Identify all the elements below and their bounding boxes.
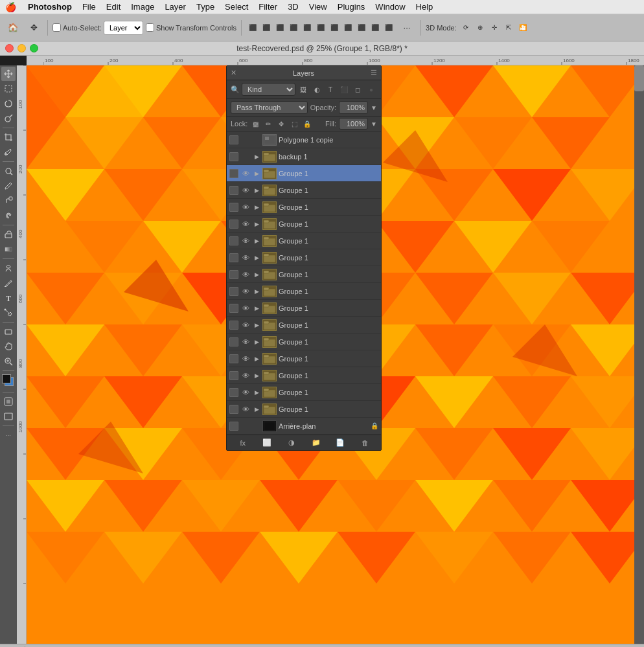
menu-photoshop[interactable]: Photoshop <box>23 1 77 13</box>
lasso-tool[interactable] <box>1 96 16 111</box>
layer-visibility-toggle[interactable] <box>240 135 251 145</box>
layer-expand-arrow[interactable]: ▶ <box>253 389 260 396</box>
layer-row[interactable]: 👁▶Groupe 1 <box>227 266 381 283</box>
layer-visibility-toggle[interactable]: 👁 <box>240 269 251 280</box>
filter-pixel-icon[interactable]: 🖼 <box>297 84 309 95</box>
layer-visibility-toggle[interactable]: 👁 <box>240 286 251 297</box>
adjustment-layer-button[interactable]: ◑ <box>285 437 298 449</box>
layer-checkbox[interactable] <box>229 287 238 296</box>
minimize-button[interactable] <box>17 44 26 52</box>
quick-selection-tool[interactable] <box>1 111 16 126</box>
layer-expand-arrow[interactable]: ▶ <box>253 254 260 262</box>
menu-3d[interactable]: 3D <box>282 1 304 13</box>
menu-help[interactable]: Help <box>411 1 439 13</box>
foreground-color-swatch[interactable] <box>2 374 11 383</box>
maximize-button[interactable] <box>30 44 38 52</box>
pen-tool[interactable] <box>1 276 16 290</box>
move-tool-button[interactable]: ✥ <box>25 19 43 37</box>
layer-checkbox[interactable] <box>229 152 238 161</box>
layer-visibility-toggle[interactable]: 👁 <box>240 303 251 313</box>
layer-checkbox[interactable] <box>229 253 238 262</box>
layer-visibility-toggle[interactable]: 👁 <box>240 253 251 263</box>
text-tool[interactable]: T <box>1 291 16 305</box>
layer-visibility-toggle[interactable]: 👁 <box>240 354 251 364</box>
right-scrollbar[interactable] <box>634 65 644 644</box>
align-top-button[interactable]: ⬛ <box>287 21 300 34</box>
layer-expand-arrow[interactable]: ▶ <box>253 271 260 278</box>
history-brush-tool[interactable] <box>1 209 16 223</box>
layer-checkbox[interactable] <box>229 169 238 178</box>
layer-row[interactable]: 👁▶Groupe 1 <box>227 233 381 249</box>
brush-tool[interactable] <box>1 179 16 193</box>
more-options-button[interactable]: ··· <box>398 19 416 37</box>
filter-type-icon[interactable]: T <box>325 84 336 95</box>
layer-checkbox[interactable] <box>229 203 238 212</box>
layer-expand-arrow[interactable]: ▶ <box>253 288 260 295</box>
layer-expand-arrow[interactable]: ▶ <box>253 338 260 346</box>
layer-expand-arrow[interactable]: ▶ <box>253 170 260 177</box>
zoom-tool[interactable] <box>1 354 16 369</box>
menu-plugins[interactable]: Plugins <box>332 1 371 13</box>
align-bottom-button[interactable]: ⬛ <box>314 21 327 34</box>
clone-stamp-tool[interactable] <box>1 194 16 208</box>
layer-visibility-toggle[interactable]: 👁 <box>240 337 251 347</box>
fill-input[interactable] <box>339 118 368 130</box>
layer-visibility-toggle[interactable]: 👁 <box>240 404 251 414</box>
eraser-tool[interactable] <box>1 227 16 242</box>
menu-filter[interactable]: Filter <box>253 1 282 13</box>
layer-checkbox[interactable] <box>229 405 238 414</box>
layer-expand-arrow[interactable]: ▶ <box>253 405 260 413</box>
layer-expand-arrow[interactable] <box>253 136 260 144</box>
lock-all-icon[interactable]: 🔒 <box>302 119 312 129</box>
extra-tools-button[interactable]: ··· <box>1 428 16 442</box>
quick-mask-button[interactable] <box>1 394 16 409</box>
color-swatches[interactable] <box>1 374 16 389</box>
healing-brush-tool[interactable] <box>1 164 16 178</box>
layer-checkbox[interactable] <box>229 321 238 330</box>
move-tool[interactable] <box>1 67 16 81</box>
layer-visibility-toggle[interactable]: 👁 <box>240 387 251 398</box>
fill-arrow[interactable]: ▼ <box>371 120 377 128</box>
layer-visibility-toggle[interactable]: 👁 <box>240 219 251 229</box>
layer-row[interactable]: 👁▶Groupe 1 <box>227 216 381 233</box>
opacity-arrow[interactable]: ▼ <box>371 104 377 111</box>
layer-row[interactable]: 👁▶Groupe 1 <box>227 317 381 334</box>
blend-mode-select[interactable]: Pass Through Normal Dissolve Multiply Sc… <box>231 101 308 114</box>
layer-expand-arrow[interactable]: ▶ <box>253 153 260 161</box>
lock-position-icon[interactable]: ✥ <box>276 119 286 129</box>
autoselect-checkbox[interactable] <box>52 23 61 32</box>
menu-image[interactable]: Image <box>126 1 159 13</box>
layers-panel-menu[interactable]: ☰ <box>371 69 377 77</box>
layer-expand-arrow[interactable]: ▶ <box>253 304 260 312</box>
layer-row[interactable]: 👁▶Groupe 1 <box>227 334 381 350</box>
layer-row[interactable]: 👁▶Groupe 1 <box>227 249 381 266</box>
menu-window[interactable]: Window <box>370 1 410 13</box>
layer-visibility-toggle[interactable] <box>240 152 251 162</box>
layer-checkbox[interactable] <box>229 186 238 195</box>
path-select-tool[interactable] <box>1 306 16 320</box>
layers-list[interactable]: Polygone 1 copie▶backup 1👁▶Groupe 1👁▶Gro… <box>227 131 381 435</box>
layer-row[interactable]: 👁▶Groupe 1 <box>227 165 381 182</box>
align-left-button[interactable]: ⬛ <box>246 21 259 34</box>
menu-view[interactable]: View <box>304 1 332 13</box>
filter-smartobj-icon[interactable]: ◻ <box>352 84 363 95</box>
lock-artboard-icon[interactable]: ⬚ <box>289 119 299 129</box>
layer-visibility-toggle[interactable] <box>240 421 251 431</box>
layer-expand-arrow[interactable]: ▶ <box>253 187 260 194</box>
filter-shape-icon[interactable]: ⬛ <box>338 84 350 95</box>
gradient-tool[interactable] <box>1 242 16 256</box>
canvas-area[interactable]: ✕ Layers ☰ 🔍 Kind Name Effect Mode Attri… <box>27 65 634 644</box>
layer-row[interactable]: 👁▶Groupe 1 <box>227 283 381 300</box>
layer-visibility-toggle[interactable]: 👁 <box>240 202 251 212</box>
layer-row[interactable]: 👁▶Groupe 1 <box>227 300 381 317</box>
layer-visibility-toggle[interactable]: 👁 <box>240 320 251 330</box>
layer-row[interactable]: 👁▶Groupe 1 <box>227 182 381 199</box>
close-button[interactable] <box>5 44 14 52</box>
3d-rotate-button[interactable]: ⟳ <box>459 21 472 34</box>
layer-visibility-toggle[interactable]: 👁 <box>240 185 251 196</box>
layer-fx-button[interactable]: fx <box>236 437 249 449</box>
distribute-top-button[interactable]: ⬛ <box>369 21 382 34</box>
3d-dolly-button[interactable]: ⇱ <box>502 21 515 34</box>
layer-checkbox[interactable] <box>229 422 238 431</box>
distribute-center-v-button[interactable]: ⬛ <box>382 21 395 34</box>
